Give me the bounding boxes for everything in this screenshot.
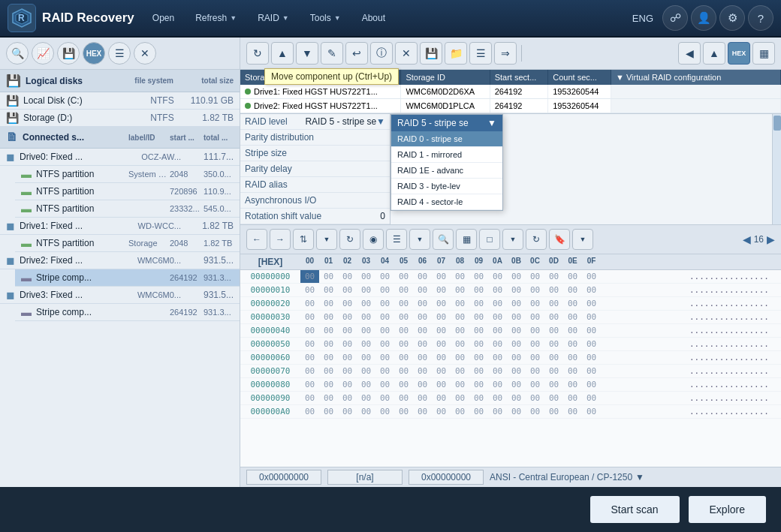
- hex-byte-cell[interactable]: 00: [526, 351, 544, 364]
- hex-byte-cell[interactable]: 00: [563, 311, 582, 323]
- hex-byte-cell[interactable]: 00: [357, 270, 375, 283]
- hex-byte-cell[interactable]: 00: [394, 311, 413, 323]
- close-button[interactable]: ✕: [134, 42, 156, 65]
- hex-byte-cell[interactable]: 00: [375, 378, 394, 391]
- help-button[interactable]: ?: [748, 5, 773, 31]
- hex-byte-cell[interactable]: 00: [507, 365, 526, 377]
- hex-byte-cell[interactable]: 00: [526, 270, 544, 283]
- hex-byte-cell[interactable]: 00: [300, 297, 319, 310]
- dd-option-raid1[interactable]: RAID 1 - mirrored: [391, 147, 502, 163]
- hex-byte-cell[interactable]: 00: [488, 351, 507, 364]
- dd-option-raid4[interactable]: RAID 4 - sector-le: [391, 194, 502, 210]
- hex-byte-cell[interactable]: 00: [544, 405, 563, 418]
- hex-byte-cell[interactable]: 00: [394, 297, 413, 310]
- hex-byte-cell[interactable]: 00: [375, 405, 394, 418]
- hex-byte-cell[interactable]: 00: [488, 405, 507, 418]
- hex-data-row[interactable]: 0000006000000000000000000000000000000000…: [240, 351, 781, 365]
- hex-byte-cell[interactable]: 00: [488, 365, 507, 377]
- hex-grid-btn[interactable]: ▦: [456, 229, 477, 250]
- hex-byte-cell[interactable]: 00: [375, 311, 394, 323]
- hex-byte-cell[interactable]: 00: [488, 378, 507, 391]
- hex-byte-cell[interactable]: 00: [300, 270, 319, 283]
- open-set-button[interactable]: 📁: [445, 42, 467, 65]
- hex-byte-cell[interactable]: 00: [338, 324, 357, 337]
- hex-byte-cell[interactable]: 00: [319, 392, 338, 404]
- hex-byte-cell[interactable]: 00: [451, 405, 469, 418]
- hex-byte-cell[interactable]: 00: [338, 297, 357, 310]
- hex-byte-cell[interactable]: 00: [469, 324, 488, 337]
- hex-byte-cell[interactable]: 00: [469, 284, 488, 296]
- hex-data-row[interactable]: 0000003000000000000000000000000000000000…: [240, 311, 781, 324]
- hex-byte-cell[interactable]: 00: [413, 405, 432, 418]
- hex-byte-cell[interactable]: 00: [526, 405, 544, 418]
- hex-byte-cell[interactable]: 00: [526, 311, 544, 323]
- hex-byte-cell[interactable]: 00: [488, 311, 507, 323]
- hex-byte-cell[interactable]: 00: [563, 324, 582, 337]
- hex-byte-cell[interactable]: 00: [319, 270, 338, 283]
- hex-byte-cell[interactable]: 00: [469, 378, 488, 391]
- hex-byte-cell[interactable]: 00: [507, 284, 526, 296]
- list-view-button[interactable]: ☰: [108, 42, 131, 65]
- page-next-btn[interactable]: ▶: [767, 233, 775, 245]
- hex-byte-cell[interactable]: 00: [451, 365, 469, 377]
- nav-open[interactable]: Open: [142, 0, 185, 37]
- start-scan-button[interactable]: Start scan: [590, 496, 680, 523]
- hex-encoding-arrow[interactable]: ▼: [635, 472, 644, 482]
- edit-button[interactable]: ✎: [321, 42, 343, 65]
- hex-byte-cell[interactable]: 00: [451, 324, 469, 337]
- hex-byte-cell[interactable]: 00: [582, 338, 601, 350]
- explore-button[interactable]: Explore: [689, 496, 766, 523]
- hex-copy-dropdown[interactable]: ▼: [502, 229, 523, 250]
- drive0-part1[interactable]: ▬ NTFS partition System R... 2048 350.0.…: [15, 166, 240, 183]
- hex-data-row[interactable]: 0000009000000000000000000000000000000000…: [240, 392, 781, 405]
- hex-byte-cell[interactable]: 00: [507, 270, 526, 283]
- hex-byte-cell[interactable]: 00: [432, 365, 451, 377]
- hex-byte-cell[interactable]: 00: [413, 351, 432, 364]
- hex-byte-cell[interactable]: 00: [526, 365, 544, 377]
- hex-reload-btn[interactable]: ↻: [526, 229, 547, 250]
- hex-byte-cell[interactable]: 00: [469, 297, 488, 310]
- hex-list-btn[interactable]: ☰: [386, 229, 407, 250]
- hex-byte-cell[interactable]: 00: [338, 284, 357, 296]
- hex-byte-cell[interactable]: 00: [357, 392, 375, 404]
- hex-byte-cell[interactable]: 00: [488, 338, 507, 350]
- waveform-button[interactable]: ◀: [678, 42, 701, 65]
- hex-byte-cell[interactable]: 00: [507, 351, 526, 364]
- hex-byte-cell[interactable]: 00: [432, 284, 451, 296]
- hex-open-dropdown[interactable]: ▼: [316, 229, 337, 250]
- hex-save-bookmark[interactable]: ◉: [363, 229, 384, 250]
- hex-refresh[interactable]: ↻: [339, 229, 360, 250]
- hex-byte-cell[interactable]: 00: [469, 311, 488, 323]
- dd-option-raid3[interactable]: RAID 3 - byte-lev: [391, 179, 502, 194]
- hex-byte-cell[interactable]: 00: [319, 378, 338, 391]
- hex-byte-cell[interactable]: 00: [451, 284, 469, 296]
- hex-byte-cell[interactable]: 00: [338, 405, 357, 418]
- hex-byte-cell[interactable]: 00: [319, 311, 338, 323]
- hex-byte-cell[interactable]: 00: [488, 324, 507, 337]
- hex-byte-cell[interactable]: 00: [319, 405, 338, 418]
- hex-byte-cell[interactable]: 00: [375, 392, 394, 404]
- hex-byte-cell[interactable]: 00: [582, 270, 601, 283]
- drive3-fixed[interactable]: ◼ Drive3: Fixed ... WMC6M0... 931.5...: [0, 287, 240, 304]
- drive0-part3[interactable]: ▬ NTFS partition 23332... 545.0...: [15, 200, 240, 218]
- info-button[interactable]: ⓘ: [370, 42, 393, 65]
- open-drive-button[interactable]: 💾: [57, 42, 80, 65]
- hex-byte-cell[interactable]: 00: [338, 378, 357, 391]
- hex-byte-cell[interactable]: 00: [563, 392, 582, 404]
- drive0-fixed[interactable]: ◼ Drive0: Fixed ... OCZ-AW... 111.7...: [0, 149, 240, 166]
- drive2-stripe[interactable]: ▬ Stripe comp... 264192 931.3...: [15, 269, 240, 287]
- hex-byte-cell[interactable]: 00: [394, 405, 413, 418]
- hex-byte-cell[interactable]: 00: [413, 284, 432, 296]
- hex-byte-cell[interactable]: 00: [357, 405, 375, 418]
- hex-view-button[interactable]: HEX: [83, 42, 105, 65]
- hex-mode-button[interactable]: HEX: [728, 42, 750, 65]
- hex-byte-cell[interactable]: 00: [394, 324, 413, 337]
- hex-byte-cell[interactable]: 00: [338, 311, 357, 323]
- hex-data-row[interactable]: 0000008000000000000000000000000000000000…: [240, 378, 781, 392]
- dd-option-raid1e[interactable]: RAID 1E - advanc: [391, 163, 502, 179]
- hex-byte-cell[interactable]: 00: [432, 392, 451, 404]
- hex-byte-cell[interactable]: 00: [526, 338, 544, 350]
- hex-byte-cell[interactable]: 00: [526, 284, 544, 296]
- hex-byte-cell[interactable]: 00: [432, 297, 451, 310]
- hex-byte-cell[interactable]: 00: [375, 297, 394, 310]
